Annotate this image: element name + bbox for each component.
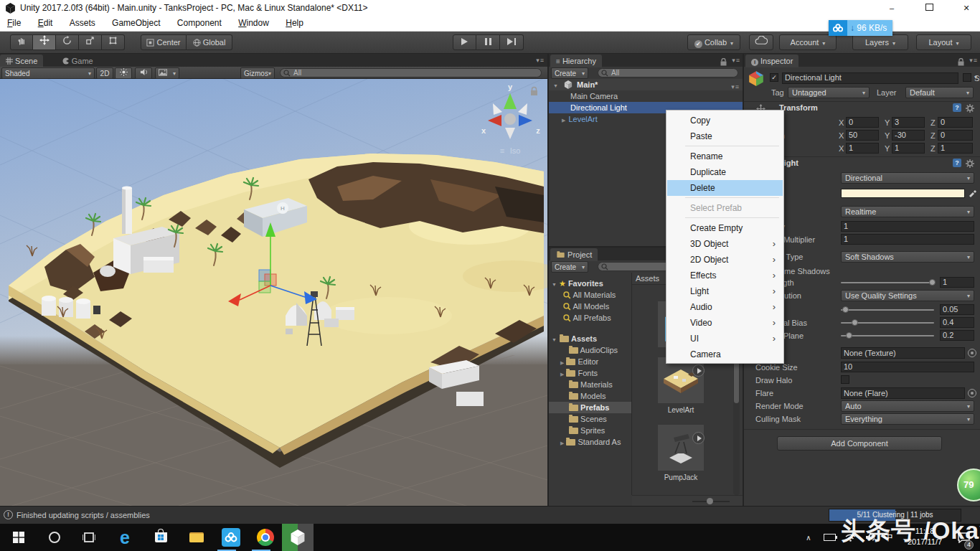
help-icon[interactable]: ?	[953, 103, 961, 112]
layout-dropdown[interactable]: Layout	[916, 34, 971, 50]
scale-y-field[interactable]: 1	[892, 143, 925, 154]
hierarchy-search-input[interactable]: All	[598, 68, 738, 77]
tab-hierarchy[interactable]: ≡ Hierarchy	[550, 55, 602, 67]
context-menu-audio[interactable]: Audio›	[667, 299, 783, 315]
tab-inspector[interactable]: i Inspector	[745, 55, 798, 67]
maximize-button[interactable]	[918, 0, 940, 16]
static-checkbox[interactable]	[963, 73, 971, 82]
battery-icon[interactable]	[820, 524, 839, 551]
tab-scene[interactable]: Scene	[0, 55, 43, 67]
slider-handle[interactable]	[852, 319, 858, 326]
chrome-icon[interactable]	[251, 524, 280, 551]
rotation-y-field[interactable]: -30	[892, 130, 925, 141]
gizmos-dropdown[interactable]: Gizmos▾	[240, 67, 275, 79]
layers-dropdown[interactable]: Layers	[852, 34, 908, 50]
panel-menu-icon[interactable]: ▾≡	[732, 57, 740, 64]
culling-mask-dropdown[interactable]: Everything	[841, 413, 974, 425]
add-component-button[interactable]: Add Component	[777, 436, 942, 451]
object-picker-icon[interactable]	[968, 349, 976, 357]
context-menu-duplicate[interactable]: Duplicate	[667, 164, 783, 180]
rect-tool-button[interactable]	[102, 34, 125, 50]
scale-tool-button[interactable]	[79, 34, 102, 50]
context-menu-create-empty[interactable]: Create Empty	[667, 220, 783, 236]
cookie-size-field[interactable]: 10	[841, 362, 974, 372]
collab-button[interactable]: ✔ Collab	[687, 34, 740, 50]
position-x-field[interactable]: 0	[846, 117, 879, 128]
static-dropdown-icon[interactable]: ▾	[974, 74, 977, 80]
edge-icon[interactable]: e	[110, 524, 139, 551]
folder-standard-assets[interactable]: Standard As	[549, 436, 631, 448]
account-dropdown[interactable]: Account	[779, 34, 837, 50]
context-menu-2d-object[interactable]: 2D Object›	[667, 252, 783, 268]
assets-root[interactable]: Assets	[549, 333, 631, 344]
pause-button[interactable]	[476, 34, 500, 50]
context-menu-delete[interactable]: Delete	[667, 180, 783, 196]
help-icon[interactable]: ?	[953, 159, 961, 167]
favorite-all-materials[interactable]: All Materials	[549, 289, 631, 301]
divider[interactable]	[631, 273, 632, 495]
fold-icon[interactable]	[562, 115, 565, 123]
draw-halo-checkbox[interactable]	[841, 375, 849, 384]
folder-models[interactable]: Models	[549, 390, 631, 402]
start-button[interactable]	[4, 524, 33, 551]
cloud-button[interactable]	[749, 34, 773, 50]
slider-handle[interactable]	[929, 279, 936, 286]
favorite-all-prefabs[interactable]: All Prefabs	[549, 312, 631, 324]
scale-x-field[interactable]: 1	[846, 143, 879, 154]
tab-project[interactable]: Project	[550, 248, 598, 261]
bias-slider[interactable]	[841, 309, 934, 311]
play-button[interactable]	[453, 34, 476, 50]
favorites-root[interactable]: ★ Favorites	[549, 278, 631, 289]
bias-field[interactable]: 0.05	[940, 304, 974, 315]
menu-component[interactable]: Component	[170, 16, 229, 31]
create-button[interactable]: Create▾	[551, 67, 588, 79]
netdisk-icon[interactable]	[217, 524, 245, 551]
intensity-field[interactable]: 1	[841, 221, 974, 232]
menu-edit[interactable]: Edit	[31, 16, 60, 31]
asset-label-levelart[interactable]: LevelArt	[658, 406, 704, 414]
near-plane-slider[interactable]	[841, 335, 934, 336]
menu-assets[interactable]: Assets	[62, 16, 103, 31]
scene-search-input[interactable]: All	[280, 68, 542, 77]
pivot-center-button[interactable]: Center	[141, 34, 187, 50]
context-menu-light[interactable]: Light›	[667, 283, 783, 299]
scale-z-field[interactable]: 1	[938, 143, 973, 154]
pivot-global-button[interactable]: Global	[187, 34, 232, 50]
folder-scenes[interactable]: Scenes	[549, 413, 631, 425]
asset-preview-play-icon[interactable]	[692, 364, 705, 377]
context-menu-camera[interactable]: Camera	[667, 347, 783, 362]
object-name-field[interactable]: Directional Light	[782, 72, 958, 84]
slider-handle[interactable]	[707, 498, 713, 504]
context-menu-effects[interactable]: Effects›	[667, 268, 783, 283]
step-button[interactable]	[500, 34, 524, 50]
normal-bias-field[interactable]: 0.4	[940, 317, 974, 328]
gear-icon[interactable]	[966, 104, 974, 113]
panel-menu-icon[interactable]: ▾≡	[969, 57, 978, 64]
active-checkbox[interactable]: ✓	[770, 73, 778, 82]
scene-viewport[interactable]: H	[0, 79, 547, 506]
cookie-object-field[interactable]: None (Texture)	[841, 347, 965, 359]
layer-dropdown[interactable]: Default	[905, 87, 974, 98]
indirect-multiplier-field[interactable]: 1	[841, 234, 974, 245]
lock-icon[interactable]	[958, 56, 964, 69]
asset-thumb-pumpjack[interactable]	[658, 425, 704, 471]
task-view-button[interactable]	[75, 524, 103, 551]
scene-lighting-button[interactable]	[115, 67, 132, 79]
projection-label[interactable]: Iso	[510, 146, 521, 155]
asset-label-pumpjack[interactable]: PumpJack	[658, 474, 704, 481]
scene-effects-dropdown[interactable]: ▾	[155, 67, 179, 79]
asset-thumb-levelart[interactable]	[658, 357, 704, 403]
toggle-2d-button[interactable]: 2D	[96, 67, 113, 79]
scene-root-row[interactable]: Main* ▾≡	[549, 79, 743, 90]
context-menu-rename[interactable]: Rename	[667, 149, 783, 164]
cortana-button[interactable]	[40, 524, 69, 551]
resolution-dropdown[interactable]: Use Quality Settings	[841, 290, 974, 301]
shading-mode-dropdown[interactable]: Shaded▾	[1, 67, 95, 79]
menu-window[interactable]: Window	[231, 16, 276, 31]
eyedropper-icon[interactable]	[968, 187, 976, 197]
rotation-z-field[interactable]: 0	[938, 130, 973, 141]
context-menu-3d-object[interactable]: 3D Object›	[667, 236, 783, 252]
light-color-swatch[interactable]	[841, 189, 965, 198]
tray-chevron-icon[interactable]: ∧	[800, 524, 817, 551]
shadow-type-dropdown[interactable]: Soft Shadows	[841, 251, 974, 263]
